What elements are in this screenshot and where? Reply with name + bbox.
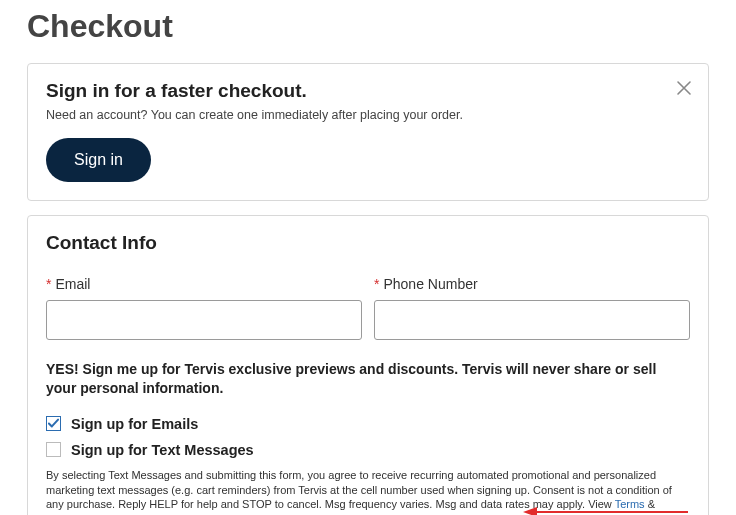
signin-button[interactable]: Sign in [46,138,151,182]
email-label-text: Email [55,276,90,292]
phone-label: *Phone Number [374,276,690,292]
signup-text-checkbox[interactable] [46,442,61,457]
phone-field[interactable] [374,300,690,340]
close-icon [676,84,692,99]
optin-heading: YES! Sign me up for Tervis exclusive pre… [46,360,690,398]
signin-panel: Sign in for a faster checkout. Need an a… [27,63,709,201]
required-mark: * [374,276,379,292]
email-label: *Email [46,276,362,292]
signup-text-label[interactable]: Sign up for Text Messages [71,442,254,458]
signup-emails-label[interactable]: Sign up for Emails [71,416,198,432]
terms-link[interactable]: Terms [615,498,645,510]
email-field[interactable] [46,300,362,340]
check-icon [48,418,59,429]
signin-subtitle: Need an account? You can create one imme… [46,108,690,122]
contact-info-panel: Contact Info *Email *Phone Number YES! S… [27,215,709,515]
signin-title: Sign in for a faster checkout. [46,80,690,102]
contact-info-title: Contact Info [46,232,690,254]
legal-amp: & [645,498,655,510]
page-title: Checkout [27,8,709,45]
phone-label-text: Phone Number [383,276,477,292]
required-mark: * [46,276,51,292]
close-signin-button[interactable] [674,78,694,98]
signup-emails-checkbox[interactable] [46,416,61,431]
legal-text: By selecting Text Messages and submittin… [46,468,690,515]
legal-pre: By selecting Text Messages and submittin… [46,469,672,511]
